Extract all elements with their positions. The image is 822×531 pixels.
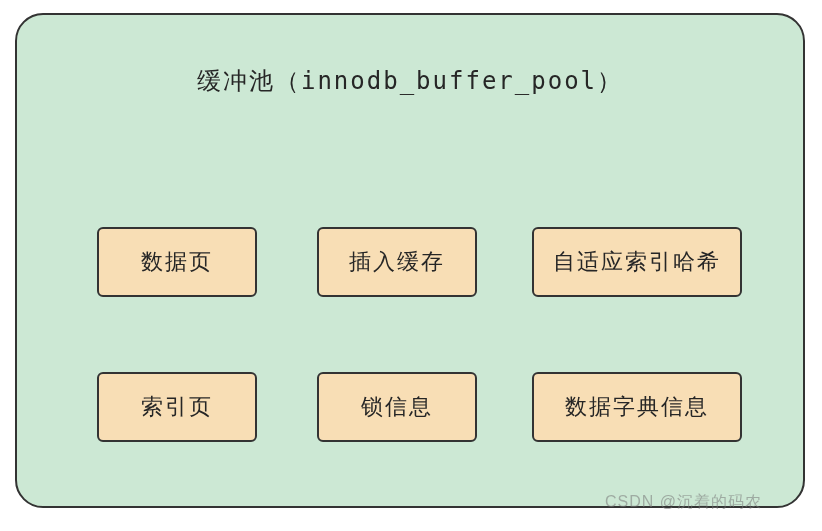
box-data-page: 数据页 xyxy=(97,227,257,297)
box-dict-info: 数据字典信息 xyxy=(532,372,742,442)
boxes-group: 数据页 插入缓存 自适应索引哈希 索引页 锁信息 数据字典信息 xyxy=(17,97,803,531)
box-insert-cache: 插入缓存 xyxy=(317,227,477,297)
buffer-pool-container: 缓冲池（innodb_buffer_pool） 数据页 插入缓存 自适应索引哈希… xyxy=(15,13,805,508)
box-index-page: 索引页 xyxy=(97,372,257,442)
box-adaptive-hash: 自适应索引哈希 xyxy=(532,227,742,297)
diagram-title: 缓冲池（innodb_buffer_pool） xyxy=(17,65,803,97)
box-lock-info: 锁信息 xyxy=(317,372,477,442)
